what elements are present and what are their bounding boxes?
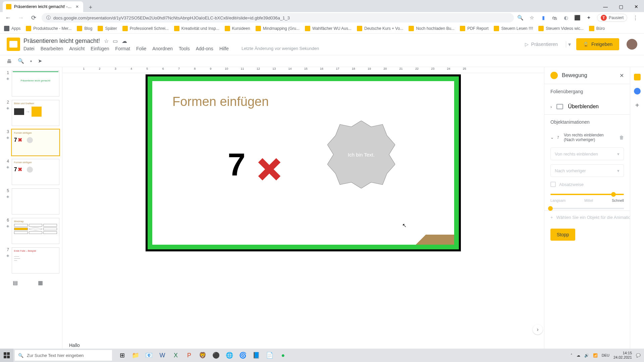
extensions-menu-icon[interactable]: ✦ (586, 14, 592, 21)
slides-logo[interactable] (7, 38, 20, 51)
document-title[interactable]: Präsentieren leicht gemacht! (23, 38, 100, 45)
spotify-icon[interactable]: ● (276, 349, 290, 362)
taskbar-search[interactable]: 🔍 Zur Suche Text hier eingeben (15, 350, 112, 361)
back-button[interactable]: ← (3, 13, 13, 22)
bookmark-item[interactable]: Blog (77, 26, 92, 31)
present-dropdown[interactable]: ▾ (566, 41, 573, 48)
bookmark-item[interactable]: Mindmapping (Gru... (256, 26, 300, 31)
animation-start-select[interactable]: Nach vorheriger▾ (550, 164, 624, 177)
menu-slide[interactable]: Folie (136, 46, 146, 51)
bookmark-item[interactable]: Deutsche Kurs + Vo... (357, 26, 403, 31)
menu-addons[interactable]: Add-ons (196, 46, 213, 51)
brave-icon[interactable]: 🦁 (196, 349, 209, 362)
transition-row[interactable]: › Überblenden (544, 99, 630, 115)
slide-thumbnail-3[interactable]: Formen einfügen7✖ (12, 129, 59, 156)
filmstrip-view-icon[interactable]: ▤ (13, 280, 18, 286)
edge-icon[interactable]: 🌀 (236, 349, 250, 362)
profile-paused-button[interactable]: T Pausiert (597, 14, 627, 22)
explorer-icon[interactable]: 📁 (129, 349, 142, 362)
menu-tools[interactable]: Tools (179, 46, 190, 51)
checkbox[interactable] (550, 182, 556, 187)
tray-clock[interactable]: 14:15 24.02.2021 (613, 351, 632, 360)
bookmark-apps[interactable]: Apps (4, 26, 20, 31)
bookmark-item[interactable]: Steuern Videos wic... (538, 26, 584, 31)
secondary-slider[interactable] (550, 208, 624, 209)
bookmark-item[interactable]: Noch hochladen Bu... (409, 26, 454, 31)
slide-thumbnail-4[interactable]: Formen einfügen7✖ (12, 159, 59, 185)
stop-button[interactable]: Stopp (550, 229, 575, 241)
bookmark-item[interactable]: Kreativität und Insp... (174, 26, 219, 31)
bookmark-item[interactable]: Produktsuche - Mer... (26, 26, 71, 31)
tray-wifi-icon[interactable]: 📶 (593, 353, 598, 358)
slide-canvas[interactable]: Formen einfügen 7 Ich bin Text. (146, 74, 461, 251)
reload-button[interactable]: ⟳ (29, 13, 38, 22)
add-icon[interactable]: + (634, 102, 641, 109)
print-icon[interactable]: 🖶 (7, 58, 12, 64)
browser-tab[interactable]: Präsentieren leicht gemacht! - G... ✕ (3, 1, 83, 12)
cloud-icon[interactable]: ☁ (122, 38, 127, 44)
last-edit-text[interactable]: Letzte Änderung vor wenigen Sekunden (241, 46, 319, 51)
tasks-icon[interactable] (634, 88, 641, 95)
obs-icon[interactable]: ⚫ (209, 349, 223, 362)
share-button[interactable]: 🔒 Freigeben (576, 38, 619, 50)
animation-type-select[interactable]: Von rechts einblenden▾ (550, 147, 624, 160)
slide-thumbnail-6[interactable]: Mindmap (12, 218, 59, 244)
bookmark-item[interactable]: Kursideen (225, 26, 250, 31)
task-view-icon[interactable]: ⊞ (115, 349, 129, 362)
bookmark-item[interactable]: Steuern Lesen !!!! (494, 26, 533, 31)
move-icon[interactable]: ▭ (113, 38, 118, 44)
animation-item[interactable]: ⌄ 7 Von rechts einblenden (Nach vorherig… (544, 129, 630, 145)
menu-format[interactable]: Format (115, 46, 130, 51)
powerpoint-icon[interactable]: P (182, 349, 196, 362)
address-bar[interactable]: ⓘ docs.google.com/presentation/d/1yV372S… (42, 13, 514, 22)
keep-icon[interactable] (634, 74, 641, 80)
extension-icon-3[interactable]: ◐ (563, 14, 570, 21)
menu-edit[interactable]: Bearbeiten (41, 46, 63, 51)
shape-x-icon[interactable] (258, 158, 280, 180)
chrome-icon[interactable]: 🌐 (223, 349, 236, 362)
menu-arrange[interactable]: Anordnen (152, 46, 173, 51)
mail-icon[interactable]: 📧 (142, 349, 156, 362)
account-avatar[interactable] (627, 39, 637, 50)
shape-number-7[interactable]: 7 (228, 146, 246, 183)
tray-language[interactable]: DEU (602, 353, 609, 357)
minimize-button[interactable]: — (598, 1, 613, 12)
bookmark-item[interactable]: Professionell Schrei... (122, 26, 169, 31)
bookmark-item[interactable]: Später (98, 26, 117, 31)
forward-button[interactable]: → (16, 13, 25, 22)
extension-icon-1[interactable]: ▮ (540, 14, 547, 21)
bookmark-item[interactable]: Büro (589, 26, 605, 31)
tray-cloud-icon[interactable]: ☁ (577, 353, 580, 358)
star-outline-icon[interactable]: ☆ (104, 38, 109, 44)
select-tool-icon[interactable]: ➤ (38, 58, 42, 64)
menu-help[interactable]: Hilfe (219, 46, 229, 51)
close-tab-icon[interactable]: ✕ (74, 4, 80, 9)
zoom-tool-icon[interactable]: 🔍 (18, 58, 24, 64)
bookmark-item[interactable]: PDF Report (460, 26, 488, 31)
slide-thumbnail-7[interactable]: Erste Folie – Beispiel━━━━━━━━━━━━━━ (12, 247, 59, 274)
zoom-icon[interactable]: 🔍 (517, 14, 524, 21)
maximize-button[interactable]: ▢ (613, 1, 629, 12)
menu-insert[interactable]: Einfügen (91, 46, 109, 51)
tray-chevron-icon[interactable]: ˄ (571, 353, 573, 358)
extension-icon-2[interactable]: 🛍 (551, 14, 558, 21)
slide-thumbnail-5[interactable] (12, 188, 59, 215)
word-icon[interactable]: W (156, 349, 169, 362)
star-icon[interactable]: ☆ (529, 14, 535, 21)
slide-thumbnail-2[interactable]: Bilder und Grafiken→ (12, 100, 59, 126)
slide-heading[interactable]: Formen einfügen (172, 95, 269, 109)
menu-view[interactable]: Ansicht (69, 46, 85, 51)
speed-slider[interactable] (550, 194, 624, 195)
app-icon[interactable]: 📄 (263, 349, 276, 362)
close-panel-icon[interactable]: ✕ (620, 72, 624, 79)
start-button[interactable] (0, 349, 13, 362)
tray-notifications-icon[interactable]: 💬 (636, 353, 641, 358)
extension-icon-4[interactable]: ⬛ (574, 14, 581, 21)
present-button[interactable]: ▷ Präsentieren (520, 39, 562, 50)
new-tab-button[interactable]: + (86, 3, 95, 12)
app-icon[interactable]: 📘 (250, 349, 263, 362)
close-window-button[interactable]: ✕ (629, 1, 644, 12)
seal-text[interactable]: Ich bin Text. (348, 152, 375, 158)
tray-volume-icon[interactable]: 🔊 (584, 353, 589, 358)
grid-view-icon[interactable]: ▦ (38, 280, 43, 286)
